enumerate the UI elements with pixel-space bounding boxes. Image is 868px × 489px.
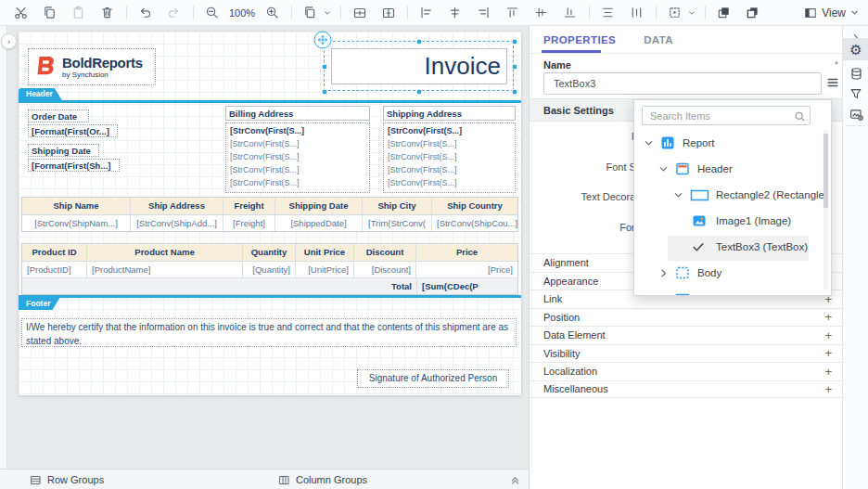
header-section-divider[interactable] — [19, 100, 521, 103]
invoice-textbox-selection[interactable]: Invoice — [324, 41, 514, 91]
section-visibility[interactable]: Visibility+ — [530, 344, 843, 363]
bring-to-front-icon[interactable] — [712, 3, 735, 23]
column-header[interactable]: Discount — [354, 244, 416, 261]
shipping-address-lines-textbox[interactable]: [StrConv(First(S...] [StrConv(First(S...… — [383, 122, 516, 193]
footer-section-tab[interactable]: Footer — [19, 298, 59, 310]
tree-item-textbox3[interactable]: TextBox3 (TextBox) — [634, 234, 820, 260]
resize-handle[interactable] — [416, 39, 423, 45]
shipping-date-label-textbox[interactable]: Shipping Date — [28, 144, 99, 157]
insert-columns-icon[interactable] — [377, 3, 400, 23]
billing-address-title-textbox[interactable]: Billing Address — [225, 106, 370, 121]
popup-scrollbar[interactable] — [823, 130, 828, 290]
align-left-icon[interactable] — [415, 3, 438, 23]
table-cell[interactable]: [Price] — [416, 262, 517, 277]
copy-icon[interactable] — [38, 3, 61, 23]
table-cell[interactable]: [StrConv(ShipAdd...] — [131, 215, 223, 231]
column-header[interactable]: Product ID — [22, 244, 87, 261]
order-date-value-textbox[interactable]: [Format(First(Or...] — [28, 124, 118, 137]
tree-item-image1[interactable]: Image1 (Image) — [634, 208, 820, 234]
column-header[interactable]: Ship Name — [22, 198, 131, 214]
table-cell[interactable]: [StrConv(ShipNam...] — [22, 215, 131, 231]
expand-plus-icon[interactable]: + — [824, 328, 832, 342]
order-date-label-textbox[interactable]: Order Date — [28, 109, 89, 122]
column-header[interactable]: Ship Address — [131, 198, 223, 214]
scroll-up-icon[interactable]: ▲ — [834, 59, 839, 65]
chevron-down-icon[interactable] — [658, 164, 669, 174]
resize-handle[interactable] — [512, 89, 518, 96]
align-center-icon[interactable] — [443, 3, 466, 23]
collapse-groups-button[interactable] — [510, 470, 520, 489]
shipping-date-value-textbox[interactable]: [Format(First(Sh...] — [28, 159, 120, 172]
table-cell[interactable]: [Quantity] — [243, 262, 296, 277]
logo-image-element[interactable]: BoldReports by Syncfusion — [28, 48, 156, 85]
expand-panel-button[interactable]: › — [1, 33, 17, 49]
align-top-icon[interactable] — [501, 3, 524, 23]
invoice-textbox[interactable]: Invoice — [331, 48, 507, 84]
column-header[interactable]: Quantity — [243, 244, 296, 261]
section-data-element[interactable]: Data Element+ — [530, 326, 843, 344]
chevron-down-icon[interactable] — [644, 138, 654, 148]
tree-item-report[interactable]: Report — [634, 130, 820, 156]
scrollbar-thumb[interactable] — [823, 134, 828, 208]
view-menu[interactable]: View — [804, 6, 859, 19]
table-cell[interactable]: [Trim(StrConv( — [363, 215, 432, 231]
chevron-right-icon[interactable] — [658, 268, 669, 278]
resize-handle[interactable] — [416, 89, 423, 96]
delete-icon[interactable] — [96, 3, 119, 23]
certification-textbox[interactable]: I/We hereby certify that the information… — [21, 318, 517, 347]
align-middle-icon[interactable] — [530, 3, 553, 23]
header-section-tab[interactable]: Header — [19, 88, 62, 100]
table-cell[interactable]: [ProductName] — [87, 262, 243, 277]
ship-info-table[interactable]: Ship Name Ship Address Freight Shipping … — [21, 197, 518, 232]
product-table[interactable]: Product ID Product Name Quantity Unit Pr… — [21, 243, 518, 295]
move-handle-icon[interactable] — [314, 32, 332, 49]
tab-properties[interactable]: PROPERTIES — [543, 34, 616, 45]
chevron-down-icon[interactable] — [673, 190, 683, 200]
footer-section-divider[interactable] — [19, 295, 521, 298]
billing-address-lines-textbox[interactable]: [StrConv(First(S...] [StrConv(First(S...… — [225, 122, 370, 193]
zoom-level[interactable]: 100% — [229, 7, 255, 19]
resize-handle[interactable] — [512, 39, 518, 45]
section-position[interactable]: Position+ — [530, 308, 843, 327]
duplicate-icon[interactable] — [299, 3, 322, 23]
zoom-out-icon[interactable] — [200, 3, 223, 23]
section-localization[interactable]: Localization+ — [530, 362, 843, 380]
resize-handle[interactable] — [512, 64, 518, 71]
resize-handle[interactable] — [322, 64, 328, 71]
distribute-vertical-icon[interactable] — [625, 3, 648, 23]
column-header[interactable]: Shipping Date — [275, 198, 363, 214]
column-header[interactable]: Product Name — [87, 244, 243, 261]
paste-icon[interactable] — [67, 3, 90, 23]
tree-item-footer[interactable]: Footer — [634, 286, 820, 296]
column-header[interactable]: Freight — [223, 198, 275, 214]
distribute-horizontal-icon[interactable] — [596, 3, 619, 23]
expand-plus-icon[interactable]: + — [824, 365, 832, 379]
cut-icon[interactable] — [9, 3, 32, 23]
section-miscellaneous[interactable]: Miscellaneous+ — [530, 380, 843, 399]
align-right-icon[interactable] — [472, 3, 495, 23]
table-cell[interactable]: [UnitPrice] — [296, 262, 354, 277]
design-canvas[interactable]: › BoldReports by Syncfusion Header Invoi… — [0, 26, 529, 469]
total-value-cell[interactable]: [Sum(CDec(P — [416, 278, 517, 294]
tree-item-header[interactable]: Header — [634, 156, 820, 182]
tree-item-rectangle2[interactable]: Rectangle2 (Rectangle) — [634, 182, 820, 208]
select-region-icon[interactable] — [663, 3, 686, 23]
table-cell[interactable]: [ShippedDate] — [275, 215, 363, 231]
chevron-down-icon[interactable] — [658, 294, 669, 297]
column-header[interactable]: Price — [416, 244, 517, 261]
total-label-cell[interactable]: Total — [22, 278, 416, 294]
tree-item-body[interactable]: Body — [634, 260, 820, 286]
zoom-in-icon[interactable] — [261, 3, 284, 23]
expand-plus-icon[interactable]: + — [824, 346, 832, 360]
column-header[interactable]: Unit Price — [296, 244, 354, 261]
signature-textbox[interactable]: Signature of Authorized Person — [357, 369, 509, 388]
insert-rows-icon[interactable] — [348, 3, 371, 23]
table-cell[interactable]: [StrConv(ShipCou...] — [432, 215, 517, 231]
expand-plus-icon[interactable]: + — [824, 382, 832, 396]
resize-handle[interactable] — [322, 89, 328, 96]
table-cell[interactable]: [ProductID] — [22, 262, 87, 277]
table-cell[interactable]: [Discount] — [354, 262, 416, 277]
expand-plus-icon[interactable]: + — [824, 310, 832, 324]
select-region-dropdown-chevron-icon[interactable] — [688, 9, 696, 17]
report-page[interactable]: BoldReports by Syncfusion Header Invoice — [19, 32, 521, 395]
